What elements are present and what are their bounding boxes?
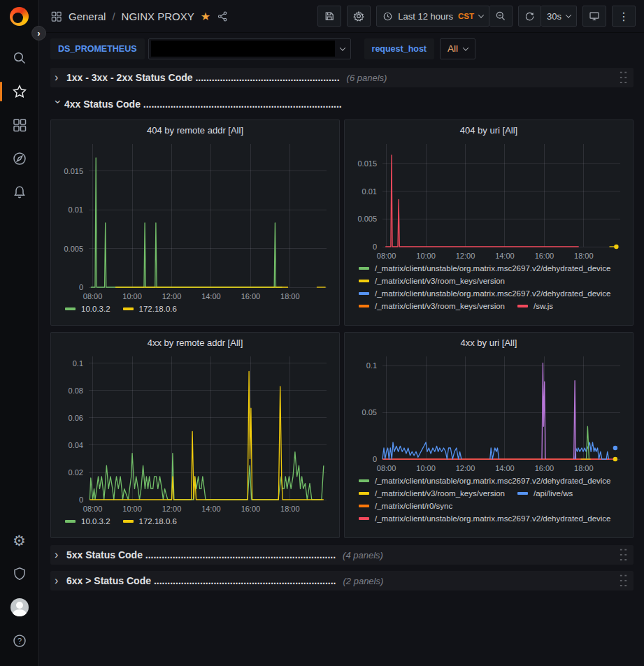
legend-item[interactable]: 10.0.3.2 <box>65 305 110 313</box>
time-range-picker[interactable]: Last 12 hours CST <box>376 6 489 27</box>
refresh-button[interactable] <box>518 6 541 27</box>
refresh-interval-picker[interactable]: 30s <box>541 6 577 27</box>
sidebar-item-starred[interactable] <box>6 78 34 106</box>
kebab-icon: ⋮ <box>618 10 629 23</box>
gear-icon: ⚙ <box>13 533 26 548</box>
legend-item[interactable]: 172.18.0.6 <box>123 517 177 526</box>
row-header-4xx[interactable]: › 4xx Status Code ......................… <box>50 94 634 114</box>
svg-text:0.01: 0.01 <box>362 187 377 196</box>
breadcrumb-section[interactable]: General <box>69 10 106 22</box>
sidebar-item-profile[interactable] <box>6 593 34 621</box>
row-header-6xx[interactable]: › 6xx > Status Code ....................… <box>50 571 634 591</box>
variable-label-ds-prometheus: DS_PROMETHEUS <box>50 38 145 59</box>
legend-item[interactable]: /_matrix/client/r0/sync <box>359 502 452 510</box>
save-icon <box>324 10 335 22</box>
svg-text:10:00: 10:00 <box>122 292 142 301</box>
svg-text:0.005: 0.005 <box>357 215 377 223</box>
legend-item[interactable]: /_matrix/client/v3/room_keys/version <box>359 489 505 498</box>
svg-text:0.01: 0.01 <box>69 205 83 214</box>
legend-item[interactable]: /_matrix/client/v3/room_keys/version <box>359 277 505 285</box>
svg-text:14:00: 14:00 <box>201 292 221 301</box>
breadcrumb-dashboard-title[interactable]: NGINX PROXY <box>122 10 194 22</box>
chart-legend: 10.0.3.2172.18.0.6 <box>57 515 334 533</box>
sidebar-item-dashboards[interactable] <box>6 111 34 139</box>
sidebar-item-server-admin[interactable] <box>6 560 34 588</box>
legend-item[interactable]: /_matrix/client/unstable/org.matrix.msc2… <box>359 514 611 523</box>
top-navbar: General / NGINX PROXY ★ Last 12 hours <box>39 0 644 33</box>
refresh-interval-label: 30s <box>547 11 561 22</box>
variable-value-ds-prometheus[interactable] <box>148 38 351 59</box>
svg-text:0.08: 0.08 <box>69 386 83 395</box>
breadcrumb: General / NGINX PROXY ★ <box>50 10 229 23</box>
grafana-app: ⚙ ? › General / NGINX PROXY ★ <box>0 0 644 666</box>
redacted-value <box>151 41 335 57</box>
share-icon[interactable] <box>217 10 229 22</box>
sidebar-item-search[interactable] <box>6 44 34 72</box>
sidebar-bottom: ⚙ ? <box>6 523 34 658</box>
svg-text:0: 0 <box>373 242 377 251</box>
legend-item[interactable]: /_matrix/client/v3/room_keys/version <box>359 302 505 310</box>
row-drag-handle[interactable] <box>619 70 628 85</box>
zoom-out-time-button[interactable] <box>489 6 513 27</box>
panel-title[interactable]: 404 by remote addr [All] <box>57 123 334 138</box>
timeseries-chart[interactable]: 00.0050.010.01508:0010:0012:0014:0016:00… <box>57 138 334 303</box>
sidebar-item-help[interactable]: ? <box>6 627 34 655</box>
svg-text:0.1: 0.1 <box>73 359 83 368</box>
row-drag-handle[interactable] <box>619 547 628 563</box>
dashboard-settings-button[interactable] <box>347 6 371 27</box>
svg-text:14:00: 14:00 <box>201 505 221 513</box>
svg-text:08:00: 08:00 <box>83 292 103 301</box>
timeseries-chart[interactable]: 00.050.108:0010:0012:0014:0016:0018:00 <box>350 351 627 475</box>
panel-grid: 404 by remote addr [All] 00.0050.010.015… <box>50 120 634 538</box>
grafana-logo[interactable] <box>10 7 29 26</box>
panel-title[interactable]: 4xx by uri [All] <box>350 335 627 351</box>
apps-icon <box>50 10 62 22</box>
monitor-icon <box>589 10 600 22</box>
save-dashboard-button[interactable] <box>317 6 341 27</box>
chart-legend: /_matrix/client/unstable/org.matrix.msc2… <box>350 475 627 533</box>
cycle-view-mode-button[interactable] <box>582 6 606 27</box>
timezone-label: CST <box>458 12 474 20</box>
more-options-button[interactable]: ⋮ <box>612 6 636 27</box>
search-icon <box>12 50 27 66</box>
legend-item[interactable]: /_matrix/client/unstable/org.matrix.msc2… <box>359 477 611 485</box>
sidebar-item-configuration[interactable]: ⚙ <box>6 526 34 554</box>
variable-selected-value: All <box>448 43 458 54</box>
sidebar-item-alerting[interactable] <box>6 178 34 206</box>
chevron-down-icon <box>463 45 468 50</box>
chevron-down-icon <box>566 12 571 17</box>
legend-item[interactable]: /_matrix/client/unstable/org.matrix.msc2… <box>359 289 611 298</box>
row-header-1xx-3xx-2xx[interactable]: › 1xx - 3xx - 2xx Status Code ..........… <box>50 68 634 87</box>
svg-text:16:00: 16:00 <box>535 464 554 472</box>
chevron-down-icon: › <box>52 100 64 110</box>
svg-text:16:00: 16:00 <box>241 292 261 301</box>
svg-text:?: ? <box>17 637 21 645</box>
timeseries-chart[interactable]: 00.020.040.060.080.108:0010:0012:0014:00… <box>57 351 334 515</box>
svg-text:16:00: 16:00 <box>535 252 554 260</box>
row-panel-count: (4 panels) <box>343 550 383 560</box>
timeseries-chart[interactable]: 00.0050.010.01508:0010:0012:0014:0016:00… <box>350 138 627 262</box>
avatar <box>10 598 29 616</box>
chevron-down-icon <box>339 45 345 50</box>
legend-item[interactable]: /sw.js <box>517 302 553 310</box>
row-drag-handle[interactable] <box>619 573 628 588</box>
legend-item[interactable]: 172.18.0.6 <box>123 305 177 313</box>
row-title: 4xx Status Code ........................… <box>64 99 342 110</box>
sidebar-expand-button[interactable]: › <box>31 26 46 41</box>
svg-text:08:00: 08:00 <box>377 252 396 260</box>
svg-text:0: 0 <box>79 495 83 504</box>
panel-title[interactable]: 4xx by remote addr [All] <box>57 335 334 351</box>
row-header-5xx[interactable]: › 5xx Status Code ......................… <box>50 545 634 565</box>
time-range-label: Last 12 hours <box>398 11 453 22</box>
legend-item[interactable]: /api/live/ws <box>517 489 573 498</box>
legend-item[interactable]: 10.0.3.2 <box>65 517 110 526</box>
svg-text:0.04: 0.04 <box>69 441 83 449</box>
svg-text:0.005: 0.005 <box>64 245 83 253</box>
variable-value-request-host[interactable]: All <box>440 38 475 59</box>
sidebar-item-explore[interactable] <box>6 145 34 173</box>
legend-item[interactable]: /_matrix/client/unstable/org.matrix.msc2… <box>359 264 611 273</box>
time-controls: Last 12 hours CST <box>376 6 513 27</box>
svg-text:18:00: 18:00 <box>280 292 300 301</box>
panel-title[interactable]: 404 by uri [All] <box>350 123 627 138</box>
favorite-star-icon[interactable]: ★ <box>201 10 210 23</box>
